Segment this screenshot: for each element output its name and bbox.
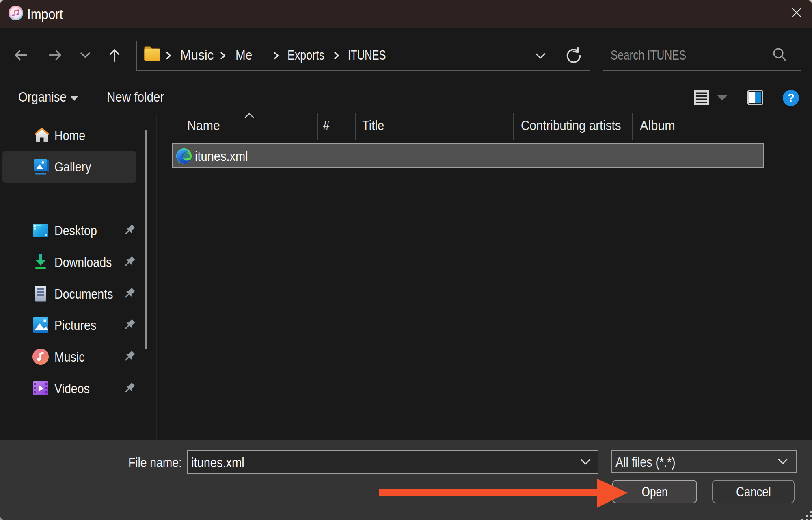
svg-text:?: ? bbox=[787, 91, 794, 104]
